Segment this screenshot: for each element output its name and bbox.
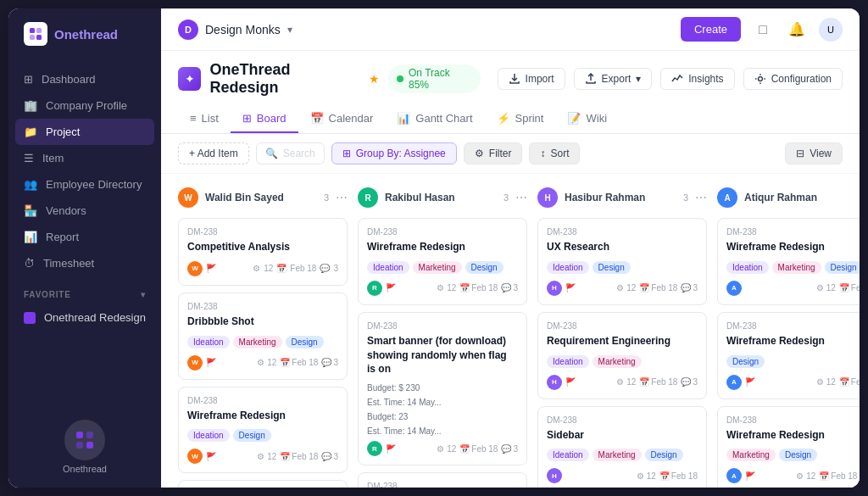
card[interactable]: DM-238 Dribbble Shot Ideation Marketing … xyxy=(178,293,348,380)
sort-button[interactable]: ↕ Sort xyxy=(529,142,580,164)
sidebar-item-project[interactable]: 📁 Project xyxy=(15,119,154,145)
card[interactable]: DM-238 Wireframe Redesign Ideation Marke… xyxy=(717,218,860,305)
card[interactable]: DM-238 Design System | Typography Ideati… xyxy=(178,480,348,488)
card-avatar: A xyxy=(726,375,742,390)
group-icon: ⊞ xyxy=(342,148,351,159)
column-header-rakibul: R Rakibul Hasan 3 ⋯ xyxy=(358,184,527,211)
card-avatar: A xyxy=(726,468,742,483)
gear-icon: ⚙ xyxy=(253,264,260,273)
company-profile-icon: 🏢 xyxy=(24,99,37,112)
favorite-section: FAVORITE ▾ Onethread Redesign xyxy=(8,283,161,336)
flag-icon: 🚩 xyxy=(206,358,216,367)
svg-rect-0 xyxy=(30,28,35,33)
tab-wiki[interactable]: 📝 Wiki xyxy=(555,105,619,133)
tab-gantt-chart[interactable]: 📊 Gantt Chart xyxy=(385,105,484,133)
fav-dot xyxy=(24,312,36,324)
workspace-selector[interactable]: D Design Monks ▾ xyxy=(178,20,292,40)
sidebar-item-item[interactable]: ☰ Item xyxy=(8,145,161,171)
import-button[interactable]: Import xyxy=(498,68,565,90)
svg-rect-3 xyxy=(36,35,42,40)
create-button[interactable]: Create xyxy=(681,17,741,42)
sidebar-item-timesheet[interactable]: ⏱ Timesheet xyxy=(8,250,161,276)
card[interactable]: DM-238 UX Research Ideation Design H 🚩 ⚙… xyxy=(537,218,707,305)
project-header: ✦ OneThread Redesign ★ On Track 85% Impo… xyxy=(161,51,860,105)
card-avatar: H xyxy=(547,281,562,296)
configuration-button[interactable]: Configuration xyxy=(743,68,843,90)
project-icon: ✦ xyxy=(178,67,201,91)
sidebar-item-company-profile[interactable]: 🏢 Company Profile xyxy=(8,92,161,119)
flag-icon: 🚩 xyxy=(565,377,576,387)
insights-button[interactable]: Insights xyxy=(660,68,734,90)
card[interactable]: DM-238 Wireframe Redesign Ideation Marke… xyxy=(358,218,527,305)
column-menu-icon[interactable]: ⋯ xyxy=(515,191,527,204)
main-content: D Design Monks ▾ Create □ 🔔 U ✦ OneThrea… xyxy=(161,8,860,488)
sidebar-nav: ⊞ Dashboard 🏢 Company Profile 📁 Project … xyxy=(8,59,161,283)
notification-icon[interactable]: 🔔 xyxy=(785,18,809,42)
dashboard-icon: ⊞ xyxy=(24,73,33,86)
workspace-badge: D xyxy=(178,20,198,40)
card-avatar: W xyxy=(187,261,203,276)
view-button[interactable]: ⊟ View xyxy=(785,142,843,164)
card[interactable]: DM-238 Requirement Engineering Ideation … xyxy=(537,312,707,399)
column-menu-icon[interactable]: ⋯ xyxy=(336,191,348,204)
group-by-button[interactable]: ⊞ Group By: Assignee xyxy=(331,142,457,164)
sidebar-item-dashboard[interactable]: ⊞ Dashboard xyxy=(8,66,161,92)
logo: Onethread xyxy=(8,8,161,59)
flag-icon: 🚩 xyxy=(386,444,396,454)
report-icon: 📊 xyxy=(24,231,37,243)
user-avatar[interactable]: U xyxy=(819,18,843,42)
flag-icon: 🚩 xyxy=(386,283,396,293)
card[interactable]: DM-238 Wireframe Redesign Marketing Desi… xyxy=(717,406,860,488)
tab-sprint[interactable]: ⚡ Sprint xyxy=(485,105,556,133)
search-box[interactable]: 🔍 Search xyxy=(256,142,325,164)
export-button[interactable]: Export ▾ xyxy=(574,68,653,90)
project-title-row: ✦ OneThread Redesign ★ On Track 85% Impo… xyxy=(178,61,843,97)
app-container: Onethread ⊞ Dashboard 🏢 Company Profile … xyxy=(8,8,860,488)
sidebar: Onethread ⊞ Dashboard 🏢 Company Profile … xyxy=(8,8,161,488)
column-walid: W Walid Bin Sayed 3 ⋯ DM-238 Competitive… xyxy=(178,184,348,477)
svg-rect-6 xyxy=(76,442,83,449)
column-avatar-hasibur: H xyxy=(537,187,558,208)
card[interactable]: DM-238 Wireframe Redesign Design A 🚩 ⚙ 1… xyxy=(717,312,860,399)
filter-button[interactable]: ⚙ Filter xyxy=(464,142,523,164)
sidebar-item-employee-directory[interactable]: 👥 Employee Directory xyxy=(8,171,161,198)
add-item-button[interactable]: + Add Item xyxy=(178,142,249,164)
monitor-icon[interactable]: □ xyxy=(751,18,775,42)
tab-calendar[interactable]: 📅 Calendar xyxy=(298,105,386,133)
header-actions: Create □ 🔔 U xyxy=(681,17,843,42)
board-columns: W Walid Bin Sayed 3 ⋯ DM-238 Competitive… xyxy=(178,184,843,477)
card[interactable]: DM-238 Sidebar Ideation Marketing Design… xyxy=(537,406,707,488)
card[interactable]: DM-238 Bite Date Usage R 📅 Feb 18 xyxy=(358,472,527,488)
item-icon: ☰ xyxy=(24,152,34,164)
favorite-label: FAVORITE ▾ xyxy=(24,290,146,299)
sprint-icon: ⚡ xyxy=(497,112,510,125)
timesheet-icon: ⏱ xyxy=(24,257,35,270)
flag-icon: 🚩 xyxy=(206,452,216,461)
svg-rect-1 xyxy=(36,28,42,33)
tab-list[interactable]: ≡ List xyxy=(178,105,231,133)
tab-board[interactable]: ⊞ Board xyxy=(231,105,298,133)
sidebar-bottom: Onethread xyxy=(8,406,161,488)
board-toolbar: + Add Item 🔍 Search ⊞ Group By: Assignee… xyxy=(161,134,860,174)
filter-icon: ⚙ xyxy=(475,148,484,159)
sidebar-item-report[interactable]: 📊 Report xyxy=(8,224,161,250)
column-avatar-walid: W xyxy=(178,187,198,208)
favorite-item-onethread-redesign[interactable]: Onethread Redesign xyxy=(24,306,146,329)
card[interactable]: DM-238 Competitive Analysis W 🚩 ⚙ 12 📅 F… xyxy=(178,218,348,286)
view-icon: ⊟ xyxy=(796,148,804,159)
sidebar-item-vendors[interactable]: 🏪 Vendors xyxy=(8,198,161,224)
star-icon[interactable]: ★ xyxy=(369,72,380,86)
card-avatar: H xyxy=(547,375,562,390)
status-dot xyxy=(397,75,403,82)
chevron-down-icon[interactable]: ▾ xyxy=(141,290,146,299)
svg-point-8 xyxy=(758,77,762,81)
card-avatar: R xyxy=(367,281,382,296)
list-icon: ≡ xyxy=(190,112,197,125)
card[interactable]: DM-238 Wireframe Redesign Ideation Desig… xyxy=(178,387,348,474)
board-icon: ⊞ xyxy=(242,112,252,125)
column-menu-icon[interactable]: ⋯ xyxy=(695,191,707,204)
vendors-icon: 🏪 xyxy=(24,204,37,217)
bottom-logo-icon xyxy=(64,420,105,460)
project-title: OneThread Redesign xyxy=(209,61,360,97)
card[interactable]: DM-238 Smart banner (for download) showi… xyxy=(358,312,527,465)
